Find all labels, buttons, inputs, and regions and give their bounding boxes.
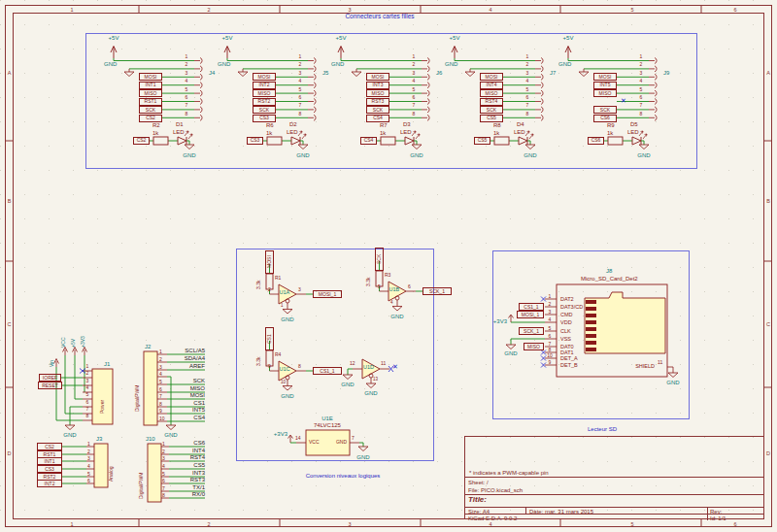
net-label[interactable]: CS4 bbox=[360, 137, 377, 145]
led-value[interactable]: LED bbox=[287, 129, 298, 136]
local-net-label[interactable]: SDA/A4 bbox=[170, 355, 205, 361]
resistor-value[interactable]: 1k bbox=[152, 130, 158, 137]
local-net-label[interactable]: INT4 bbox=[170, 448, 205, 453]
net-label[interactable]: INT2 bbox=[37, 480, 62, 487]
gate-reference[interactable]: U1B bbox=[389, 286, 400, 292]
resistor-value[interactable]: 1k bbox=[380, 130, 386, 137]
p3v3-label[interactable]: +3V3 bbox=[81, 330, 86, 348]
connector-reference[interactable]: J8 bbox=[606, 268, 612, 275]
gnd-label[interactable]: GND bbox=[104, 61, 125, 68]
net-label[interactable]: CS6 bbox=[593, 115, 617, 122]
net-label[interactable]: SCK bbox=[480, 106, 503, 114]
net-label[interactable]: RST1 bbox=[139, 98, 162, 106]
local-net-label[interactable]: MOSI bbox=[170, 392, 205, 398]
local-net-label[interactable]: RST4 bbox=[170, 454, 205, 460]
connector-value[interactable]: Digital/PWM bbox=[135, 361, 141, 412]
led-value[interactable]: LED bbox=[173, 129, 185, 136]
led-value[interactable]: LED bbox=[400, 129, 412, 136]
local-net-label[interactable]: CS1 bbox=[170, 400, 205, 406]
led-value[interactable]: LED bbox=[627, 129, 639, 136]
level-shifter-buffer[interactable]: SCK 3.3k R3 5 U1B 6 SCK_1 4 GND bbox=[368, 246, 460, 328]
net-label[interactable]: INT1 bbox=[139, 82, 162, 89]
net-label[interactable]: MOSI bbox=[139, 73, 162, 81]
led-value[interactable]: LED bbox=[514, 129, 525, 136]
local-net-label[interactable]: SCK bbox=[170, 378, 205, 383]
net-label[interactable]: MISO bbox=[139, 89, 162, 97]
level-shifter-buffer[interactable]: MOSI 3.3k R1 2 U1A 3 MOSI_1 1 GND bbox=[258, 249, 351, 331]
net-label[interactable]: CS2 bbox=[139, 115, 162, 122]
net-label[interactable]: RST2 bbox=[253, 98, 276, 106]
unit-value[interactable]: 74LVC125 bbox=[303, 422, 352, 429]
led-reference[interactable]: D2 bbox=[289, 121, 297, 128]
caption-level-conversion[interactable]: Conversion niveaux logiques bbox=[275, 473, 411, 480]
led-reference[interactable]: D5 bbox=[630, 121, 638, 128]
vcc-label[interactable]: VCC bbox=[61, 332, 67, 348]
net-label[interactable]: SCK bbox=[253, 106, 276, 114]
gnd-label[interactable]: GND bbox=[361, 390, 381, 397]
gnd-label[interactable]: GND bbox=[293, 152, 313, 159]
gnd-label[interactable]: GND bbox=[521, 152, 540, 159]
net-label[interactable]: INT3 bbox=[366, 82, 389, 89]
net-label[interactable]: SCK bbox=[593, 106, 617, 114]
gnd-label[interactable]: GND bbox=[634, 152, 654, 159]
net-label[interactable]: MOSI bbox=[265, 250, 274, 274]
resistor-reference[interactable]: R7 bbox=[380, 122, 388, 129]
net-label[interactable]: MISO bbox=[593, 89, 617, 97]
net-label[interactable]: SCK_1 bbox=[519, 327, 544, 335]
net-label[interactable]: MISO bbox=[253, 89, 276, 97]
local-net-label[interactable]: AREF bbox=[170, 363, 205, 369]
level-shifter-buffer[interactable]: CS1 3.3k R4 9 U1C 8 CS1_1 10 GND bbox=[258, 325, 351, 408]
p3v3-label[interactable]: +3V3 bbox=[484, 318, 507, 325]
net-label[interactable]: INT1 bbox=[37, 457, 62, 465]
connector-reference[interactable]: J10 bbox=[146, 436, 155, 443]
net-label[interactable]: MOSI bbox=[593, 73, 617, 81]
net-label[interactable]: MISO bbox=[480, 89, 503, 97]
net-label[interactable]: INT4 bbox=[480, 82, 503, 89]
vin-label[interactable]: Vin bbox=[50, 349, 55, 367]
gnd-label[interactable]: GND bbox=[354, 454, 373, 461]
gnd-label[interactable]: GND bbox=[278, 316, 297, 323]
gnd-label[interactable]: GND bbox=[180, 152, 199, 159]
resistor-value[interactable]: 1k bbox=[607, 130, 613, 137]
connector-value[interactable]: Digital/PWM bbox=[139, 454, 145, 499]
local-net-label[interactable]: TX/1 bbox=[170, 484, 205, 490]
net-label[interactable]: CS1 bbox=[265, 327, 274, 350]
local-net-label[interactable]: CS4 bbox=[170, 415, 205, 420]
net-label[interactable]: SCK bbox=[366, 106, 389, 114]
net-label[interactable]: CS2 bbox=[37, 443, 62, 450]
gnd-label[interactable]: GND bbox=[218, 61, 239, 68]
resistor-reference[interactable]: R4 bbox=[275, 351, 281, 357]
local-net-label[interactable]: SCL/A5 bbox=[170, 348, 205, 353]
local-net-label[interactable]: CS5 bbox=[170, 462, 205, 468]
connector-value[interactable]: Power bbox=[100, 381, 106, 414]
resistor-reference[interactable]: R8 bbox=[493, 122, 501, 129]
gnd-label[interactable]: GND bbox=[338, 382, 357, 388]
connector-value[interactable]: Micro_SD_Card_Det2 bbox=[581, 276, 638, 283]
led-circuit[interactable]: CS6 R9 1k D5 LED GND bbox=[545, 0, 691, 49]
resistor-value[interactable]: 3.3k bbox=[255, 273, 261, 289]
gate-reference[interactable]: U1A bbox=[280, 289, 290, 295]
net-label[interactable]: CS3 bbox=[37, 465, 62, 473]
led-reference[interactable]: D4 bbox=[517, 121, 524, 128]
gnd-label[interactable]: GND bbox=[445, 61, 466, 68]
net-label[interactable]: MOSI bbox=[480, 73, 503, 81]
net-label[interactable]: MISO bbox=[366, 89, 389, 97]
net-label[interactable]: CS5 bbox=[480, 115, 503, 122]
connector-reference[interactable]: J9 bbox=[663, 70, 669, 77]
resistor-reference[interactable]: R1 bbox=[275, 275, 281, 281]
resistor-reference[interactable]: R9 bbox=[607, 122, 615, 129]
net-label[interactable]: MOSI_1 bbox=[517, 311, 544, 318]
connector-value[interactable]: Analog bbox=[109, 450, 115, 482]
gnd-label[interactable]: GND bbox=[407, 152, 426, 159]
local-net-label[interactable]: RX/0 bbox=[170, 491, 205, 497]
gnd-label[interactable]: GND bbox=[501, 350, 521, 357]
led-reference[interactable]: D3 bbox=[403, 121, 411, 128]
gnd-label[interactable]: GND bbox=[161, 432, 181, 439]
pwm-note[interactable]: * indicates a PWM-capable pin bbox=[469, 470, 549, 477]
net-label[interactable]: MOSI bbox=[366, 73, 389, 81]
reset-label[interactable]: RESET bbox=[38, 382, 62, 389]
local-net-label[interactable]: MISO bbox=[170, 385, 205, 391]
p5v-label[interactable]: +5V bbox=[71, 332, 77, 348]
connector-reference[interactable]: J1 bbox=[104, 361, 110, 368]
gnd-label[interactable]: GND bbox=[331, 61, 353, 68]
